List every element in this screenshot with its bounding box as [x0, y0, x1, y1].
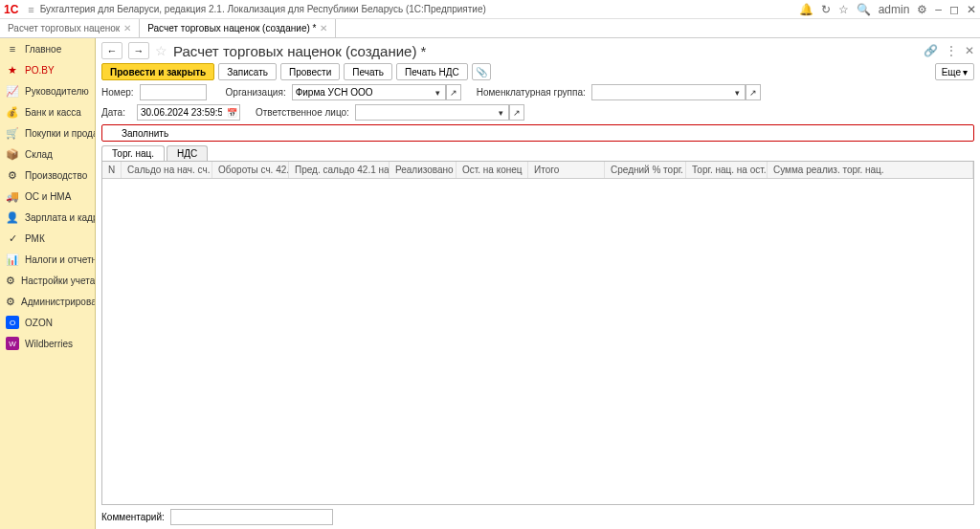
history-icon[interactable]: ↻ — [821, 3, 831, 16]
col-saldo-start[interactable]: Сальдо на нач. сч. 42.1 — [122, 162, 212, 178]
favorite-star-icon[interactable]: ☆ — [155, 43, 167, 58]
sidebar-item-settings[interactable]: ⚙Настройки учета — [0, 270, 95, 291]
fill-button[interactable]: Заполнить — [101, 124, 974, 142]
sidebar-item-hr[interactable]: 👤Зарплата и кадры — [0, 207, 95, 228]
col-avg-pct[interactable]: Средний % торг. нац. — [605, 162, 686, 178]
print-button[interactable]: Печать — [344, 63, 392, 80]
col-turnover[interactable]: Обороты сч. 42.1 — [212, 162, 289, 178]
more-label: Еще — [942, 67, 961, 77]
nomgroup-field[interactable] — [591, 84, 730, 100]
sidebar-item-main[interactable]: ≡Главное — [0, 38, 95, 59]
logo-1c: 1C — [4, 3, 18, 16]
maximize-icon[interactable]: ◻ — [949, 3, 959, 16]
col-realized[interactable]: Реализовано — [390, 162, 457, 178]
col-sum-realized[interactable]: Сумма реализ. торг. нац. — [768, 162, 973, 178]
close-panel-icon[interactable]: ✕ — [965, 44, 974, 57]
col-prev-saldo[interactable]: Пред. сальдо 42.1 на конец — [289, 162, 390, 178]
sidebar-item-production[interactable]: ⚙Производство — [0, 165, 95, 186]
sidebar-item-label: Настройки учета — [21, 276, 95, 286]
box-icon: 📦 — [6, 147, 19, 161]
back-button[interactable]: ← — [101, 42, 122, 59]
attach-button[interactable]: 📎 — [472, 63, 491, 80]
tab-nds[interactable]: НДС — [167, 145, 208, 161]
doc-title: Расчет торговых наценок (создание) * — [173, 43, 426, 59]
sidebar-item-rmk[interactable]: ✓РМК — [0, 228, 95, 249]
sidebar-item-bank[interactable]: 💰Банк и касса — [0, 101, 95, 122]
tab-close-icon[interactable]: ✕ — [320, 23, 327, 33]
post-close-button[interactable]: Провести и закрыть — [101, 63, 214, 80]
col-total[interactable]: Итого — [528, 162, 605, 178]
sidebar-item-poby[interactable]: ★PO.BY — [0, 59, 95, 80]
comment-label: Комментарий: — [101, 512, 165, 522]
tab[interactable]: Расчет торговых наценок ✕ — [0, 19, 140, 37]
bell-icon[interactable]: 🔔 — [799, 3, 813, 16]
sidebar-item-warehouse[interactable]: 📦Склад — [0, 143, 95, 165]
sidebar-item-manager[interactable]: 📈Руководителю — [0, 80, 95, 101]
close-icon[interactable]: ✕ — [967, 3, 976, 16]
sidebar-item-tax[interactable]: 📊Налоги и отчетность — [0, 249, 95, 270]
more-button[interactable]: Еще▾ — [935, 63, 974, 80]
nomgroup-input-group: ▾ ↗ — [591, 84, 761, 100]
open-icon[interactable]: ↗ — [509, 104, 524, 121]
tab-label: Расчет торговых наценок (создание) * — [147, 23, 316, 33]
money-icon: 💰 — [6, 105, 19, 119]
tab-close-icon[interactable]: ✕ — [123, 23, 131, 33]
user-label[interactable]: admin — [879, 3, 910, 16]
toolbar: Провести и закрыть Записать Провести Печ… — [101, 63, 974, 80]
open-icon[interactable]: ↗ — [746, 84, 761, 100]
number-field[interactable] — [140, 84, 207, 100]
print-nds-button[interactable]: Печать НДС — [396, 63, 468, 80]
doc-header: ← → ☆ Расчет торговых наценок (создание)… — [101, 42, 974, 59]
resp-field[interactable] — [355, 104, 494, 121]
sidebar-item-wb[interactable]: WWildberries — [0, 333, 95, 354]
kebab-icon[interactable]: ⋮ — [946, 44, 957, 57]
open-icon[interactable]: ↗ — [446, 84, 461, 100]
sidebar-item-sales[interactable]: 🛒Покупки и продажи — [0, 122, 95, 143]
ozon-icon: O — [6, 316, 19, 329]
dropdown-icon[interactable]: ▾ — [431, 84, 446, 100]
truck-icon: 🚚 — [6, 189, 19, 203]
table: N Сальдо на нач. сч. 42.1 Обороты сч. 42… — [101, 161, 974, 505]
col-nac-rest[interactable]: Торг. нац. на ост. тов. — [686, 162, 768, 178]
col-rest-end[interactable]: Ост. на конец — [457, 162, 528, 178]
hamburger-icon[interactable]: ≡ — [28, 4, 33, 15]
sidebar-item-label: Руководителю — [25, 86, 89, 97]
footer-row: Комментарий: — [101, 509, 974, 525]
search-icon[interactable]: 🔍 — [857, 3, 871, 16]
calendar-icon[interactable]: 📅 — [225, 104, 240, 121]
resp-input-group: ▾ ↗ — [355, 104, 524, 121]
star-icon[interactable]: ☆ — [838, 3, 849, 16]
sidebar-item-label: OZON — [25, 318, 53, 328]
comment-field[interactable] — [170, 509, 333, 525]
sidebar-item-label: Склад — [25, 149, 53, 160]
dropdown-icon[interactable]: ▾ — [494, 104, 509, 121]
org-field[interactable] — [292, 84, 431, 100]
date-label: Дата: — [101, 107, 125, 118]
sidebar-item-label: РМК — [25, 233, 45, 244]
sidebar-item-admin[interactable]: ⚙Администрирование — [0, 291, 95, 312]
tabs-row: Расчет торговых наценок ✕ Расчет торговы… — [0, 19, 980, 38]
sidebar-item-os[interactable]: 🚚ОС и НМА — [0, 186, 95, 207]
tab-torg-nac[interactable]: Торг. нац. — [101, 145, 165, 161]
titlebar-actions: 🔔 ↻ ☆ 🔍 admin ⚙ – ◻ ✕ — [799, 3, 976, 16]
save-button[interactable]: Записать — [218, 63, 277, 80]
link-icon[interactable]: 🔗 — [924, 44, 938, 57]
chart-icon: 📈 — [6, 84, 19, 98]
date-field[interactable] — [137, 104, 225, 121]
titlebar: 1C ≡ Бухгалтерия для Беларуси, редакция … — [0, 0, 980, 19]
minimize-icon[interactable]: – — [935, 3, 942, 16]
dropdown-icon[interactable]: ▾ — [730, 84, 746, 100]
sidebar-item-label: Wildberries — [25, 339, 73, 349]
sidebar-item-label: Администрирование — [21, 297, 96, 307]
tab[interactable]: Расчет торговых наценок (создание) * ✕ — [140, 19, 336, 37]
table-body[interactable] — [102, 179, 973, 504]
form-row-2: Дата: 📅 Ответственное лицо: ▾ ↗ — [101, 104, 974, 121]
sidebar-item-label: PO.BY — [25, 65, 55, 76]
post-button[interactable]: Провести — [280, 63, 340, 80]
forward-button[interactable]: → — [128, 42, 149, 59]
sidebar-item-ozon[interactable]: OOZON — [0, 312, 95, 333]
sidebar: ≡Главное ★PO.BY 📈Руководителю 💰Банк и ка… — [0, 38, 96, 529]
settings-icon[interactable]: ⚙ — [917, 3, 927, 16]
cart-icon: 🛒 — [6, 126, 19, 140]
col-n[interactable]: N — [102, 162, 122, 178]
